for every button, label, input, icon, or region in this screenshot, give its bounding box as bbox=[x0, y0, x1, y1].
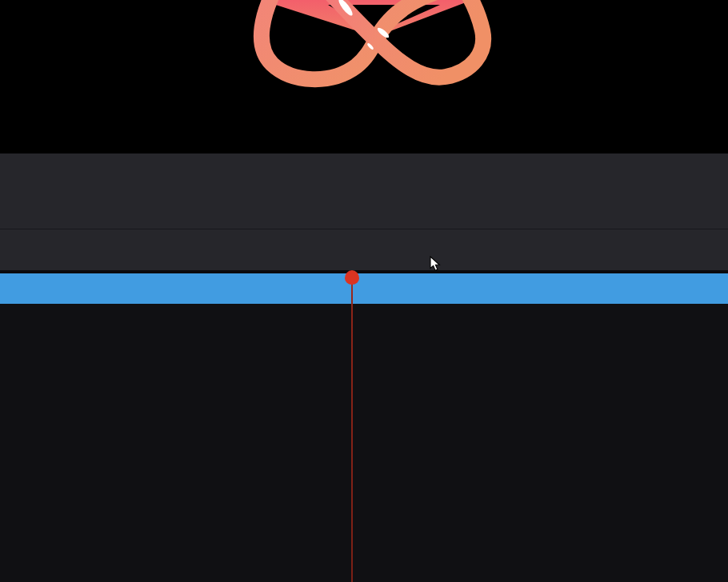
player-panel bbox=[0, 153, 728, 229]
knot-ribbon-graphic bbox=[0, 0, 728, 153]
timeline-track[interactable] bbox=[0, 273, 728, 304]
playhead-marker[interactable] bbox=[345, 270, 359, 285]
app-window: Fit 1x bbox=[0, 0, 728, 582]
player-toolbar: Fit 1x bbox=[0, 229, 728, 270]
animation-preview-canvas bbox=[0, 0, 728, 153]
playhead-line bbox=[351, 277, 353, 582]
mouse-cursor bbox=[430, 256, 441, 272]
timeline-body bbox=[0, 304, 728, 582]
